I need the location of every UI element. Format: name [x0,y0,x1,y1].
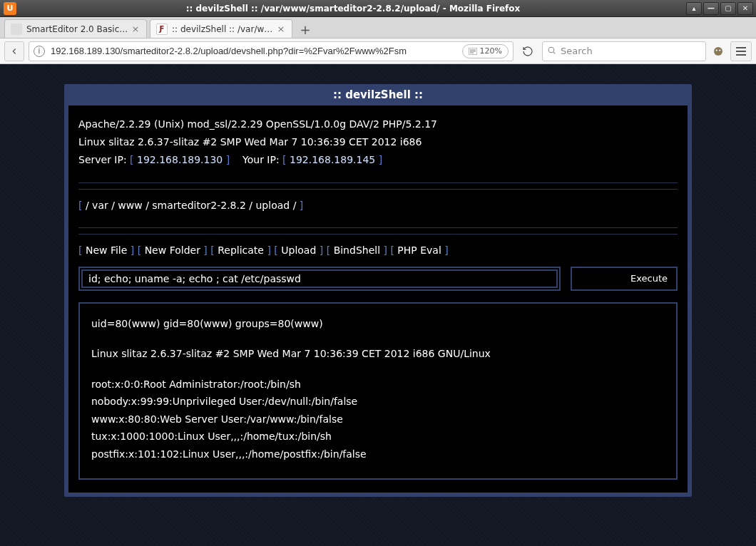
output-line: postfix:x:101:102:Linux User,,,:/home/po… [91,445,665,463]
svg-point-7 [716,49,717,51]
zoom-percent: 120% [480,46,502,56]
nav-toolbar: i 120% Search [0,38,756,64]
window-controls: ▴ — ▢ ✕ [686,2,756,15]
browser-chrome: SmartEditor 2.0 Basic Vul… × Ƒ :: devilz… [0,17,756,546]
output-line [91,363,665,376]
tab-close-button[interactable]: × [131,24,141,34]
output-line: Linux slitaz 2.6.37-slitaz #2 SMP Wed Ma… [91,345,665,363]
breadcrumb-root[interactable]: / [86,200,92,211]
os-titlebar: U :: devilzShell :: /var/www/smarteditor… [0,0,756,17]
command-wrap [78,267,561,291]
breadcrumb-segment[interactable]: var [92,200,108,211]
divider [78,227,678,228]
bracket-open: [ [327,244,334,256]
breadcrumb-segment[interactable]: www [118,200,142,211]
shell-body: Apache/2.2.29 (Unix) mod_ssl/2.2.29 Open… [68,105,688,493]
window-close-button[interactable]: ✕ [737,2,753,15]
breadcrumb-sep: / [143,200,153,211]
breadcrumb-sep: / [246,200,256,211]
action-new-file[interactable]: New File [86,244,127,256]
bracket-close: ] [200,244,208,256]
output-line: www:x:80:80:Web Server User:/var/www:/bi… [91,411,665,428]
command-output: uid=80(www) gid=80(www) groups=80(www)Li… [78,302,678,480]
bracket-close: ] [316,244,323,256]
bracket-close: ] [441,244,449,256]
tab-label: SmartEditor 2.0 Basic Vul… [26,24,131,34]
action-bindshell[interactable]: BindShell [334,244,380,256]
page-body: :: devilzShell :: Apache/2.2.29 (Unix) m… [0,64,756,546]
bracket-open: [ [282,154,290,165]
svg-point-6 [714,47,722,56]
window-title: :: devilzShell :: /var/www/smarteditor2-… [20,4,686,14]
greasemonkey-icon[interactable] [710,43,726,59]
search-bar[interactable]: Search [542,41,706,61]
zoom-indicator[interactable]: 120% [462,44,509,58]
bracket-close: ] [264,244,271,256]
action-upload[interactable]: Upload [281,244,316,256]
your-ip-label: Your IP: [242,154,280,165]
breadcrumb-sep: / [108,200,118,211]
divider [78,182,678,183]
server-ip-label: Server IP: [78,154,127,165]
breadcrumb-segment[interactable]: smarteditor2-2.8.2 [152,200,246,211]
bracket-close: ] [375,154,382,165]
browser-tab[interactable]: SmartEditor 2.0 Basic Vul… × [4,19,147,38]
window-rollup-button[interactable]: ▴ [686,2,702,15]
back-button[interactable] [4,41,24,61]
site-info-icon[interactable]: i [34,46,45,57]
output-line: uid=80(www) gid=80(www) groups=80(www) [91,315,665,333]
search-placeholder: Search [561,46,593,56]
window-minimize-button[interactable]: — [703,2,719,15]
search-icon [547,46,556,57]
execute-button[interactable]: Execute [571,267,678,291]
arrow-left-icon [9,46,19,56]
bracket-open: [ [130,154,137,165]
breadcrumb-sep: / [290,200,300,211]
execute-row: Execute [78,267,678,291]
svg-point-4 [548,47,554,53]
output-line [91,332,665,345]
your-ip: 192.168.189.145 [290,154,375,165]
reader-icon [469,48,477,55]
tab-strip: SmartEditor 2.0 Basic Vul… × Ƒ :: devilz… [0,17,756,38]
command-input[interactable] [81,269,558,288]
new-tab-button[interactable]: + [295,21,315,38]
breadcrumb-segment[interactable]: upload [256,200,290,211]
browser-tab-active[interactable]: Ƒ :: devilzShell :: /var/ww… × [150,19,292,38]
os-window: U :: devilzShell :: /var/www/smarteditor… [0,0,756,546]
favicon-devilzshell-icon: Ƒ [156,24,168,35]
output-line: root:x:0:0:Root Administrator:/root:/bin… [91,376,665,393]
reload-icon [522,46,533,57]
tab-close-button[interactable]: × [276,24,286,34]
devilzshell-panel: :: devilzShell :: Apache/2.2.29 (Unix) m… [64,84,692,497]
breadcrumb: [ / var / www / smarteditor2-2.8.2 / upl… [78,189,678,222]
output-line: nobody:x:99:99:Unprivileged User:/dev/nu… [91,393,665,411]
action-php-eval[interactable]: PHP Eval [397,244,441,256]
shell-title: :: devilzShell :: [68,88,688,105]
server-ip: 192.168.189.130 [137,154,223,165]
hamburger-icon [735,46,747,56]
bracket-close: ] [300,200,303,211]
server-software: Apache/2.2.29 (Unix) mod_ssl/2.2.29 Open… [78,115,678,133]
svg-point-8 [719,49,720,51]
tab-label: :: devilzShell :: /var/ww… [172,24,276,34]
window-maximize-button[interactable]: ▢ [720,2,736,15]
app-logo-badge: U [4,2,16,15]
output-line: tux:x:1000:1000:Linux User,,,:/home/tux:… [91,428,665,445]
server-info-section: Apache/2.2.29 (Unix) mod_ssl/2.2.29 Open… [78,115,678,177]
bracket-open: [ [274,244,281,256]
bracket-open: [ [210,244,218,256]
hamburger-menu-button[interactable] [730,41,752,61]
bracket-open: [ [390,244,397,256]
reload-button[interactable] [518,41,538,61]
app-logo: U [0,2,20,15]
bracket-open: [ [138,244,145,256]
page-viewport[interactable]: :: devilzShell :: Apache/2.2.29 (Unix) m… [0,64,756,546]
action-new-folder[interactable]: New Folder [145,244,200,256]
svg-line-5 [553,52,555,53]
url-input[interactable] [49,45,462,57]
url-bar[interactable]: i 120% [29,41,514,61]
action-replicate[interactable]: Replicate [218,244,264,256]
ip-line: Server IP: [ 192.168.189.130 ] Your IP: … [78,151,678,169]
bracket-close: ] [380,244,387,256]
